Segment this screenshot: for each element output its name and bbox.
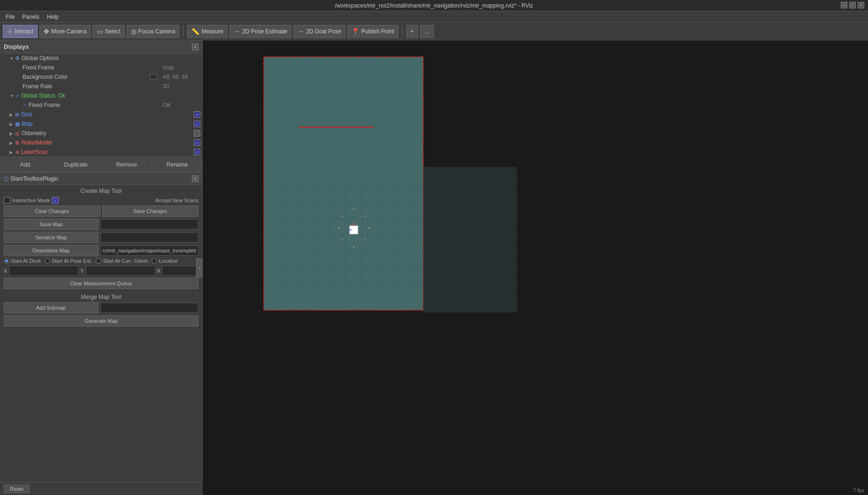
map-arrow: ▶: [9, 122, 15, 127]
displays-header: Displays ×: [0, 40, 202, 53]
window-title: /workspaces/mir_ros2/install/share/mir_n…: [335, 2, 533, 9]
focus-camera-button[interactable]: ◎ Focus Camera: [127, 25, 180, 38]
radio-start-at-odom[interactable]: Start At Curr. Odom: [96, 258, 148, 264]
add-button[interactable]: Add: [0, 157, 51, 172]
robot-model-icon: ⚙: [15, 140, 20, 146]
2d-goal-button[interactable]: → 2D Goal Pose: [293, 25, 345, 38]
remove-button[interactable]: Remove: [101, 157, 152, 172]
minimize-button[interactable]: —: [841, 2, 847, 8]
fps-display: 7 fps: [853, 487, 864, 493]
rename-button[interactable]: Rename: [152, 157, 202, 172]
deserialize-map-button[interactable]: Deserialize Map: [4, 245, 99, 256]
robot-model-arrow: ▶: [9, 140, 15, 145]
laser-scan-1-checkbox[interactable]: ✓: [194, 149, 200, 155]
serialize-map-button[interactable]: Serialize Map: [4, 232, 99, 243]
measure-icon: 📏: [191, 28, 199, 35]
deserialize-map-input[interactable]: [100, 245, 199, 256]
save-map-input[interactable]: [100, 219, 199, 229]
2d-pose-button[interactable]: → 2D Pose Estimate: [229, 25, 291, 38]
svg-point-50: [359, 227, 360, 227]
save-changes-button[interactable]: Save Changes: [102, 206, 199, 217]
radio-start-at-dock[interactable]: Start At Dock: [4, 258, 41, 264]
save-map-button[interactable]: Save Map: [4, 219, 99, 230]
x-input[interactable]: [9, 266, 78, 276]
generate-map-button[interactable]: Generate Map: [4, 315, 198, 327]
select-button[interactable]: ▭ Select: [92, 25, 124, 38]
map-checkbox[interactable]: ✓: [194, 121, 200, 127]
title-bar: /workspaces/mir_ros2/install/share/mir_n…: [0, 0, 868, 11]
odometry-icon: ◎: [15, 130, 20, 137]
menu-panels[interactable]: Panels: [18, 13, 43, 21]
reset-button[interactable]: Reset: [4, 485, 30, 493]
radio-pose-circle: [45, 258, 50, 264]
svg-point-84: [342, 239, 343, 240]
panel-collapse-handle[interactable]: ‹: [196, 259, 203, 277]
grid-checkbox[interactable]: ✓: [194, 111, 200, 118]
odometry-arrow: ▶: [9, 131, 15, 136]
slam-plugin-header[interactable]: ⬡ SlamToolboxPlugin ×: [0, 173, 202, 185]
svg-point-62: [341, 222, 342, 223]
interact-button[interactable]: ⊹ Interact: [3, 25, 38, 38]
save-map-row: Save Map: [4, 219, 198, 230]
clear-changes-button[interactable]: Clear Changes: [4, 206, 100, 217]
background-color-label: Background Color: [23, 74, 150, 80]
tree-item-global-status[interactable]: ▼ ✓ Global Status: Ok: [0, 91, 202, 100]
tree-item-global-options[interactable]: ▼ ⚙ Global Options: [0, 53, 202, 63]
slam-header-left: ⬡ SlamToolboxPlugin: [4, 175, 58, 182]
maximize-button[interactable]: □: [849, 2, 856, 8]
more-button[interactable]: …: [420, 25, 434, 38]
tree-item-laser-scan-1[interactable]: ▶ ≋ LaserScan ✓: [0, 147, 202, 157]
tree-item-odometry[interactable]: ▶ ◎ Odometry: [0, 129, 202, 138]
duplicate-button[interactable]: Duplicate: [51, 157, 101, 172]
add-submap-input[interactable]: [100, 303, 199, 313]
svg-point-80: [353, 246, 355, 248]
serialize-map-input[interactable]: [100, 232, 199, 243]
y-input[interactable]: [86, 266, 155, 276]
publish-point-button[interactable]: 📍 Publish Point: [347, 25, 398, 38]
menu-file[interactable]: File: [2, 13, 18, 21]
radio-pose-label: Start At Pose Est.: [52, 258, 92, 264]
focus-camera-label: Focus Camera: [138, 28, 175, 35]
displays-close-button[interactable]: ×: [192, 44, 198, 50]
interactive-mode-checkbox-left[interactable]: [4, 197, 10, 204]
window-controls[interactable]: — □ ×: [841, 2, 864, 8]
clear-measurement-queue-button[interactable]: Clear Measurement Queue: [4, 278, 198, 289]
add-tool-button[interactable]: +: [406, 25, 418, 38]
theta-label: θ: [157, 268, 160, 274]
display-buttons: Add Duplicate Remove Rename: [0, 157, 202, 172]
menu-help[interactable]: Help: [43, 13, 62, 21]
svg-point-68: [349, 240, 350, 240]
background-color-swatch[interactable]: [150, 74, 157, 80]
merge-map-tool-title: Merge Map Tool: [4, 294, 198, 300]
radio-start-at-pose[interactable]: Start At Pose Est.: [45, 258, 92, 264]
2d-pose-label: 2D Pose Estimate: [242, 28, 287, 35]
svg-point-67: [336, 226, 337, 226]
measure-button[interactable]: 📏 Measure: [187, 25, 228, 38]
displays-tree[interactable]: ▼ ⚙ Global Options Fixed Frame map Backg…: [0, 53, 202, 157]
add-submap-button[interactable]: Add Submap: [4, 302, 99, 313]
radio-localize[interactable]: Localize: [152, 258, 177, 264]
odometry-checkbox[interactable]: [194, 130, 200, 137]
robot-model-checkbox[interactable]: ✓: [194, 139, 200, 146]
tree-item-robot-model[interactable]: ▶ ⚙ RobotModel ✓: [0, 138, 202, 147]
svg-point-59: [348, 237, 349, 238]
svg-point-78: [369, 228, 370, 229]
svg-point-63: [367, 228, 367, 228]
close-button[interactable]: ×: [858, 2, 864, 8]
interactive-mode-checkbox[interactable]: ✓: [52, 197, 59, 204]
move-camera-button[interactable]: ✥ Move Camera: [39, 25, 91, 38]
tree-item-map[interactable]: ▶ ▦ Map ✓: [0, 119, 202, 129]
3d-viewport[interactable]: 7 fps: [203, 40, 868, 495]
slam-plugin-close[interactable]: ×: [192, 175, 198, 182]
svg-rect-19: [423, 167, 517, 312]
svg-point-71: [334, 229, 335, 229]
frame-rate-label: Frame Rate: [23, 83, 159, 90]
tree-item-grid[interactable]: ▶ ⊞ Grid ✓: [0, 110, 202, 119]
focus-camera-icon: ◎: [131, 28, 137, 35]
svg-point-55: [350, 236, 350, 237]
publish-point-icon: 📍: [351, 28, 359, 35]
displays-title: Displays: [4, 43, 29, 50]
accept-new-scans-label: Accept New Scans: [155, 198, 198, 203]
tree-item-fixed-frame-status: ✓ Fixed Frame OK: [0, 100, 202, 110]
deserialize-map-row: Deserialize Map: [4, 245, 198, 256]
